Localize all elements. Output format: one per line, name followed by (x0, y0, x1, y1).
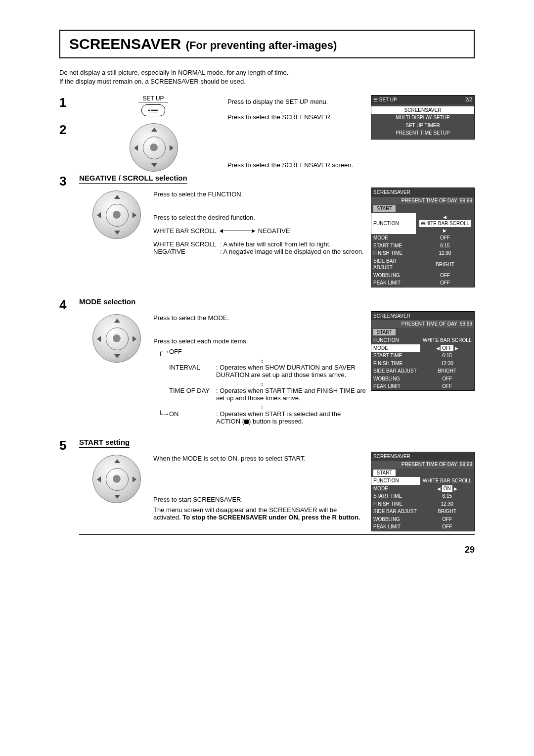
ss-row-val: OFF (420, 516, 474, 523)
screensaver-menu-screenshot: SCREENSAVER PRESENT TIME OF DAY 99:99 ST… (371, 188, 475, 287)
ss-row-key: MODE (371, 485, 420, 493)
mode-name: OFF (169, 348, 216, 355)
ss-row-key: PEAK LIMIT (371, 279, 416, 287)
mode-name: ON (169, 410, 216, 418)
ss-row-val: OFF (416, 272, 474, 280)
ss-row-key: WOBBLING (371, 516, 420, 523)
screensaver-menu-screenshot: SCREENSAVER PRESENT TIME OF DAY 99:99 ST… (371, 452, 475, 531)
mode-name: INTERVAL (169, 364, 216, 371)
step5-line-a: When the MODE is set to ON, press to sel… (153, 455, 366, 462)
ss-row-key: PEAK LIMIT (371, 382, 420, 390)
ss-row-val: OFF (420, 382, 474, 390)
intro-line-2: If the display must remain on, a SCREENS… (59, 77, 475, 86)
ss-row-val: 12:30 (416, 249, 474, 257)
ss-row-key: FUNCTION (371, 477, 420, 485)
action-button-icon (244, 420, 249, 424)
mode-desc: : Operates when START TIME and FINISH TI… (216, 387, 366, 402)
svg-rect-0 (148, 109, 150, 109)
ss-row-val: BRIGHT (420, 367, 474, 375)
ss-row-val: OFF (416, 279, 474, 287)
ss-row-key: MODE (371, 344, 420, 352)
mode-name: TIME OF DAY (169, 387, 216, 394)
step3-option-left: WHITE BAR SCROLL (153, 227, 217, 235)
ss-row-val: WHITE BAR SCROLL (419, 220, 471, 227)
setup-button-icon (141, 104, 165, 116)
intro-line-1: Do not display a still picture, especial… (59, 68, 475, 77)
intro-block: Do not display a still picture, especial… (59, 68, 475, 86)
step3-desc-text: : A white bar will scroll from left to r… (220, 240, 366, 248)
setup-menu-item: SCREENSAVER (371, 106, 474, 114)
ss-row-key: START TIME (371, 352, 420, 360)
ss-row-val: WHITE BAR SCROLL (420, 336, 474, 344)
mode-desc: : Operates when SHOW DURATION and SAVER … (216, 364, 366, 378)
ss-row-val: OFF (420, 375, 474, 383)
svg-rect-5 (151, 112, 158, 112)
ss-row-val: 6:15 (420, 492, 474, 500)
step3-line-b: Press to select the desired function. (153, 214, 366, 221)
nav-pad-icon (92, 190, 140, 238)
ss-row-val: OFF (420, 523, 474, 531)
step-number: 1 (59, 95, 73, 110)
step5-heading: START setting (79, 438, 130, 448)
nav-pad-icon (92, 455, 140, 502)
updown-arrow-icon: ↕ (158, 358, 366, 364)
ss-row-key: PEAK LIMIT (371, 523, 420, 531)
updown-arrow-icon: ↕ (158, 405, 366, 410)
ss-row-val: 6:15 (416, 242, 474, 250)
ss-row-val: 6:15 (420, 352, 474, 360)
step-number: 3 (59, 174, 73, 189)
nav-pad-icon (92, 314, 140, 362)
step4-line-a: Press to select the MODE. (153, 314, 366, 322)
ss-present-value: 99:99 (460, 462, 472, 467)
ss-row-key: FUNCTION (371, 213, 416, 235)
ss-row-key: WOBBLING (371, 272, 416, 280)
svg-rect-3 (151, 109, 158, 109)
ss-present-label: PRESENT TIME OF DAY (401, 321, 457, 327)
step-number: 2 (59, 122, 73, 138)
ss-start-label: START (373, 470, 396, 476)
step-number: 5 (59, 438, 73, 453)
svg-rect-2 (148, 112, 150, 112)
page-number: 29 (59, 545, 475, 555)
updown-arrow-icon: ↕ (158, 381, 366, 387)
ss-start-label: START (373, 205, 396, 212)
step4-heading: MODE selection (79, 297, 135, 307)
step3-options: WHITE BAR SCROLL NEGATIVE (153, 227, 290, 235)
ss-present-value: 99:99 (460, 198, 472, 203)
ss-row-key: SIDE BAR ADJUST (371, 508, 420, 516)
page-title-main: SCREENSAVER (69, 36, 181, 52)
step3-line-a: Press to select the FUNCTION. (153, 190, 366, 198)
nav-pad-icon (130, 123, 177, 171)
step3-desc-label: WHITE BAR SCROLL (153, 240, 220, 248)
step3-desc-label: NEGATIVE (153, 248, 220, 255)
ss-row-val: 12:30 (420, 360, 474, 368)
ss-row-key: FUNCTION (371, 336, 420, 344)
setup-menu-item: PRESENT TIME SETUP (371, 129, 474, 137)
step4-line-b: Press to select each mode items. (153, 337, 366, 345)
setup-menu-item: MULTI DISPLAY SETUP (371, 114, 474, 122)
ss-row-key: FINISH TIME (371, 500, 420, 508)
ss-row-key: FINISH TIME (371, 249, 416, 257)
svg-rect-1 (148, 110, 150, 111)
ss-present-label: PRESENT TIME OF DAY (401, 462, 457, 467)
ss-row-key: SIDE BAR ADJUST (371, 257, 416, 272)
ss-present-label: PRESENT TIME OF DAY (401, 198, 457, 203)
ss-row-val: BRIGHT (416, 257, 474, 272)
step2-text-a: Press to select the SCREENSAVER. (227, 113, 366, 121)
setup-menu-header: SET UP (379, 97, 397, 102)
ss-row-val: ON (442, 485, 452, 492)
ss-row-key: FINISH TIME (371, 360, 420, 368)
bidirectional-arrow-icon (220, 229, 255, 233)
ss-row-val: OFF (441, 345, 453, 352)
ss-row-key: WOBBLING (371, 375, 420, 383)
ss-menu-title: SCREENSAVER (373, 453, 410, 460)
ss-row-val: 12:30 (420, 500, 474, 508)
step3-heading: NEGATIVE / SCROLL selection (79, 174, 187, 184)
screensaver-menu-screenshot: SCREENSAVER PRESENT TIME OF DAY 99:99 ST… (371, 311, 475, 391)
ss-present-value: 99:99 (460, 321, 472, 327)
ss-row-val: BRIGHT (420, 508, 474, 516)
step3-desc-text: : A negative image will be displayed on … (220, 248, 366, 255)
page-title-sub: (For preventing after-images) (186, 39, 337, 51)
ss-row-val: OFF (416, 234, 474, 242)
setup-menu-item: SET UP TIMER (371, 122, 474, 130)
